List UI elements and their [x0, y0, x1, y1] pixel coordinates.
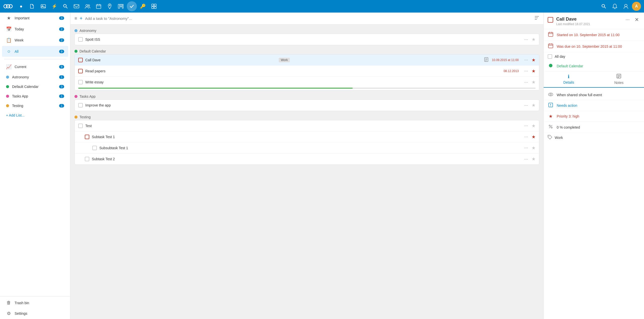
task-row-improve-app[interactable]: Improve the app ··· ★	[75, 100, 539, 111]
task-more-write-essay[interactable]: ···	[523, 80, 529, 85]
detail-allday-checkbox[interactable]	[548, 54, 552, 59]
detail-row-calendar: Default Calendar	[544, 61, 644, 71]
calendar-small-icon: 📅	[6, 26, 12, 32]
group-testing: Testing Test ··· ★ Subtask Test 1	[74, 114, 539, 165]
task-checkbox-subtask-test-1[interactable]	[85, 135, 89, 139]
progress-bar-fill	[78, 88, 353, 89]
task-more-subsubtask-test-1[interactable]: ···	[523, 145, 529, 150]
task-row-read-papers[interactable]: Read papers 08.12.2013 ··· ★	[75, 66, 539, 77]
contacts-right-icon[interactable]	[621, 1, 631, 11]
add-task-input[interactable]	[85, 16, 532, 21]
task-list-testing: Test ··· ★ Subtask Test 1 ··· ★	[74, 120, 539, 165]
task-more-subtask-test-2[interactable]: ···	[523, 156, 529, 162]
task-row-spott-iss[interactable]: Spott ISS ··· ★	[75, 34, 539, 45]
default-calendar-dot	[6, 85, 9, 88]
sidebar-count-all: 9	[59, 50, 64, 53]
task-checkbox-subtask-test-2[interactable]	[85, 157, 89, 161]
hamburger-icon[interactable]: ≡	[74, 16, 77, 21]
detail-task-checkbox[interactable]	[548, 17, 553, 23]
task-checkbox-call-dave[interactable]	[78, 58, 83, 62]
task-star-call-dave[interactable]: ★	[532, 57, 536, 63]
sidebar-item-settings[interactable]: ⚙ Settings	[2, 308, 68, 319]
task-star-subsubtask-test-1[interactable]: ★	[532, 145, 536, 151]
logo[interactable]	[3, 1, 13, 11]
deck-icon[interactable]	[116, 1, 126, 11]
sidebar-item-important[interactable]: ★ Important 3	[2, 13, 68, 23]
sidebar-item-today[interactable]: 📅 Today 2	[2, 24, 68, 34]
passwords-icon[interactable]: 🔑	[138, 1, 148, 11]
add-list-label: + Add List...	[6, 113, 64, 117]
detail-row-started: Started on 10. September 2015 at 11:00	[544, 29, 644, 41]
search-right-icon[interactable]	[599, 1, 609, 11]
sidebar-item-week[interactable]: 📋 Week 2	[2, 35, 68, 45]
task-row-subtask-test-1[interactable]: Subtask Test 1 ··· ★	[75, 131, 539, 142]
task-row-subsubtask-test-1[interactable]: Subsubtask Test 1 ··· ★	[75, 142, 539, 153]
task-checkbox-write-essay[interactable]	[78, 80, 83, 84]
contacts-icon[interactable]	[83, 1, 93, 11]
task-more-subtask-test-1[interactable]: ···	[523, 134, 529, 139]
task-list-tasks-app: Improve the app ··· ★	[74, 99, 539, 111]
task-more-call-dave[interactable]: ···	[523, 57, 529, 63]
task-more-read-papers[interactable]: ···	[523, 68, 529, 74]
sidebar-item-all[interactable]: ○ All 9	[2, 46, 68, 57]
tab-details-label: Details	[563, 80, 574, 84]
task-row-subtask-test-2[interactable]: Subtask Test 2 ··· ★	[75, 153, 539, 165]
detail-more-button[interactable]: ···	[624, 17, 631, 22]
task-checkbox-subsubtask-test-1[interactable]	[92, 146, 97, 150]
dashboard-icon[interactable]: ●	[16, 1, 26, 11]
task-star-subtask-test-1[interactable]: ★	[532, 134, 536, 140]
sidebar-count-testing: 1	[59, 104, 64, 108]
star-icon: ★	[6, 15, 12, 21]
task-label-subtask-test-2: Subtask Test 2	[92, 157, 305, 161]
calendar-icon[interactable]	[94, 1, 104, 11]
svg-rect-10	[96, 5, 101, 9]
task-more-improve-app[interactable]: ···	[523, 103, 529, 108]
notifications-icon[interactable]	[610, 1, 620, 11]
files-icon[interactable]	[27, 1, 37, 11]
tasks-icon[interactable]	[127, 1, 137, 11]
add-list-button[interactable]: + Add List...	[2, 111, 68, 120]
task-star-improve-app[interactable]: ★	[532, 102, 536, 108]
mail-icon[interactable]	[71, 1, 82, 11]
task-label-spott-iss: Spott ISS	[85, 37, 521, 41]
maps-icon[interactable]	[105, 1, 115, 11]
task-checkbox-test[interactable]	[78, 124, 83, 128]
group-header-tasks-app: Tasks App	[74, 93, 539, 99]
sidebar-item-testing[interactable]: Testing 1	[2, 101, 68, 110]
task-row-call-dave[interactable]: Call Dave Work 10.09.2015 at 11:00 ··· ★	[75, 55, 539, 66]
sidebar-item-trash[interactable]: 🗑 Trash bin	[2, 298, 68, 308]
sidebar-item-astronomy[interactable]: Astronomy 1	[2, 73, 68, 82]
task-note-icon-call-dave	[484, 57, 488, 63]
svg-point-22	[602, 5, 605, 7]
sidebar-item-tasks-app[interactable]: Tasks App 1	[2, 92, 68, 101]
tab-notes[interactable]: Notes	[594, 71, 644, 87]
photos-icon[interactable]	[38, 1, 48, 11]
add-task-plus-icon[interactable]: +	[80, 16, 83, 21]
detail-row-status: Needs action	[544, 100, 644, 111]
svg-point-52	[549, 136, 549, 137]
activity-icon[interactable]: ⚡	[49, 1, 59, 11]
sidebar-item-default-calendar[interactable]: Default Calendar 3	[2, 82, 68, 91]
task-star-test[interactable]: ★	[532, 123, 536, 129]
task-star-read-papers[interactable]: ★	[532, 68, 536, 74]
avatar[interactable]: A	[632, 2, 641, 11]
task-more-test[interactable]: ···	[523, 123, 529, 128]
tables-icon[interactable]	[149, 1, 159, 11]
task-checkbox-spott-iss[interactable]	[78, 37, 83, 42]
testing-group-dot	[74, 116, 77, 119]
sort-icon[interactable]	[534, 16, 539, 21]
detail-close-button[interactable]: ✕	[634, 17, 640, 23]
task-star-spott-iss[interactable]: ★	[532, 37, 536, 42]
task-row-test[interactable]: Test ··· ★	[75, 120, 539, 131]
task-checkbox-read-papers[interactable]	[78, 69, 83, 73]
task-star-write-essay[interactable]: ★	[532, 79, 536, 85]
search-nav-icon[interactable]	[60, 1, 70, 11]
svg-point-9	[88, 5, 90, 6]
tab-details[interactable]: ℹ Details	[544, 71, 594, 88]
task-row-write-essay[interactable]: Write essay ··· ★	[75, 77, 539, 88]
sidebar-item-current[interactable]: 📈 Current 9	[2, 62, 68, 72]
sidebar-label-important: Important	[15, 16, 56, 20]
task-star-subtask-test-2[interactable]: ★	[532, 156, 536, 162]
task-more-spott-iss[interactable]: ···	[523, 37, 529, 42]
task-checkbox-improve-app[interactable]	[78, 103, 83, 108]
